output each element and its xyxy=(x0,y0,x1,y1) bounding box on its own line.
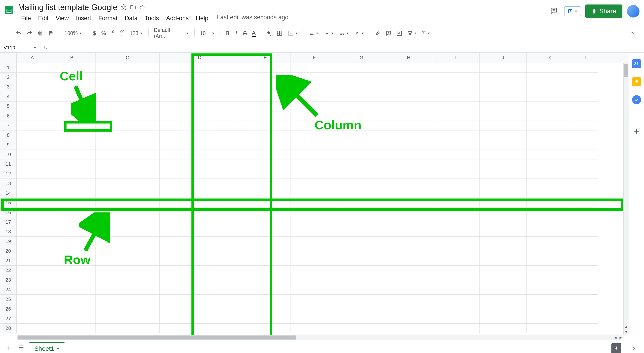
cell-G2[interactable] xyxy=(338,72,385,82)
row-header-23[interactable]: 23 xyxy=(0,275,17,285)
text-rotation-dropdown[interactable]: ▼ xyxy=(352,29,367,37)
cell-H13[interactable] xyxy=(385,179,432,188)
cell-D7[interactable] xyxy=(160,121,240,130)
cell-A21[interactable] xyxy=(17,256,48,266)
cell-K4[interactable] xyxy=(527,92,574,101)
cell-H22[interactable] xyxy=(385,266,432,275)
cell-B14[interactable] xyxy=(48,188,96,198)
cell-D9[interactable] xyxy=(160,140,240,150)
cell-D19[interactable] xyxy=(160,237,240,246)
cell-G17[interactable] xyxy=(338,217,385,227)
column-header-K[interactable]: K xyxy=(527,52,574,63)
cell-D28[interactable] xyxy=(160,324,240,333)
cell-G13[interactable] xyxy=(338,179,385,188)
cell-C11[interactable] xyxy=(96,159,160,169)
cell-K21[interactable] xyxy=(527,256,574,266)
cell-I7[interactable] xyxy=(432,121,480,130)
column-header-A[interactable]: A xyxy=(17,52,48,63)
cell-L9[interactable] xyxy=(574,140,598,150)
cell-B26[interactable] xyxy=(48,304,96,314)
cell-D15[interactable] xyxy=(160,198,240,208)
cell-L25[interactable] xyxy=(574,295,598,304)
scroll-right-icon[interactable]: ▶ xyxy=(618,335,623,340)
cell-I10[interactable] xyxy=(432,150,480,159)
functions-dropdown[interactable]: Σ▼ xyxy=(419,28,433,38)
sheet-tab-1[interactable]: Sheet1 ▼ xyxy=(30,342,65,353)
cell-A14[interactable] xyxy=(17,188,48,198)
cell-F13[interactable] xyxy=(291,179,338,188)
cell-K25[interactable] xyxy=(527,295,574,304)
cell-B5[interactable] xyxy=(48,101,96,111)
cell-G24[interactable] xyxy=(338,285,385,295)
row-header-11[interactable]: 11 xyxy=(0,159,17,169)
vertical-align-dropdown[interactable]: ▼ xyxy=(322,29,336,37)
cell-K20[interactable] xyxy=(527,246,574,256)
cell-E23[interactable] xyxy=(240,275,291,285)
cell-L13[interactable] xyxy=(574,179,598,188)
cell-J28[interactable] xyxy=(480,324,527,333)
cell-E6[interactable] xyxy=(240,111,291,121)
cell-F28[interactable] xyxy=(291,324,338,333)
cell-E20[interactable] xyxy=(240,246,291,256)
menu-addons[interactable]: Add-ons xyxy=(163,14,192,23)
cell-A13[interactable] xyxy=(17,179,48,188)
menu-edit[interactable]: Edit xyxy=(35,14,52,23)
cell-B24[interactable] xyxy=(48,285,96,295)
cell-F1[interactable] xyxy=(291,63,338,72)
row-header-24[interactable]: 24 xyxy=(0,285,17,295)
cell-H14[interactable] xyxy=(385,188,432,198)
row-header-5[interactable]: 5 xyxy=(0,101,17,111)
name-box[interactable]: V110 ▼ xyxy=(0,43,40,52)
cell-J9[interactable] xyxy=(480,140,527,150)
cell-C7[interactable] xyxy=(96,121,160,130)
cell-G28[interactable] xyxy=(338,324,385,333)
row-header-15[interactable]: 15 xyxy=(0,198,17,208)
cell-B17[interactable] xyxy=(48,217,96,227)
cell-A16[interactable] xyxy=(17,208,48,217)
cell-G12[interactable] xyxy=(338,169,385,179)
cell-L2[interactable] xyxy=(574,72,598,82)
cell-A6[interactable] xyxy=(17,111,48,121)
row-header-22[interactable]: 22 xyxy=(0,266,17,275)
last-edit-link[interactable]: Last edit was seconds ago xyxy=(217,14,288,23)
cell-E16[interactable] xyxy=(240,208,291,217)
italic-button[interactable]: I xyxy=(232,28,240,38)
menu-file[interactable]: File xyxy=(18,14,34,23)
column-header-I[interactable]: I xyxy=(432,52,480,63)
add-addon-icon[interactable]: + xyxy=(634,127,639,136)
cell-K28[interactable] xyxy=(527,324,574,333)
cell-J6[interactable] xyxy=(480,111,527,121)
cell-F4[interactable] xyxy=(291,92,338,101)
cell-J26[interactable] xyxy=(480,304,527,314)
cell-F15[interactable] xyxy=(291,198,338,208)
cell-J21[interactable] xyxy=(480,256,527,266)
cell-I19[interactable] xyxy=(432,237,480,246)
cell-C25[interactable] xyxy=(96,295,160,304)
cell-E25[interactable] xyxy=(240,295,291,304)
cell-J10[interactable] xyxy=(480,150,527,159)
cell-G1[interactable] xyxy=(338,63,385,72)
horizontal-scrollbar[interactable]: ◀ ▶ xyxy=(17,335,623,340)
cell-A20[interactable] xyxy=(17,246,48,256)
cell-F26[interactable] xyxy=(291,304,338,314)
cell-B4[interactable] xyxy=(48,92,96,101)
cell-K3[interactable] xyxy=(527,82,574,92)
zoom-dropdown[interactable]: 100%▼ xyxy=(62,29,85,38)
cell-B16[interactable] xyxy=(48,208,96,217)
cell-I1[interactable] xyxy=(432,63,480,72)
cell-F12[interactable] xyxy=(291,169,338,179)
cell-J27[interactable] xyxy=(480,314,527,324)
cell-D12[interactable] xyxy=(160,169,240,179)
cell-A26[interactable] xyxy=(17,304,48,314)
scroll-down-icon[interactable]: ▼ xyxy=(624,329,629,335)
cell-L11[interactable] xyxy=(574,159,598,169)
cell-J20[interactable] xyxy=(480,246,527,256)
document-title[interactable]: Mailing list template Google xyxy=(18,3,117,12)
cell-H24[interactable] xyxy=(385,285,432,295)
cell-I27[interactable] xyxy=(432,314,480,324)
cell-C17[interactable] xyxy=(96,217,160,227)
menu-data[interactable]: Data xyxy=(122,14,141,23)
cell-G19[interactable] xyxy=(338,237,385,246)
cell-J1[interactable] xyxy=(480,63,527,72)
paint-format-icon[interactable] xyxy=(46,28,56,38)
